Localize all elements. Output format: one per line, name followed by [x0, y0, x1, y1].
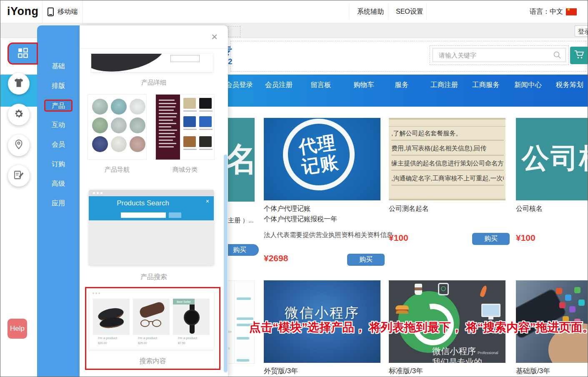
carrot-icon	[480, 285, 488, 297]
search-icon	[553, 51, 561, 61]
photo-circle-grid	[88, 95, 146, 156]
product-price: ¥2698	[264, 253, 288, 263]
preview-product-price: $25.00	[138, 342, 147, 345]
cart-button[interactable]	[570, 47, 588, 64]
module-preview-mall-category[interactable]	[155, 94, 215, 160]
shirt-icon	[13, 78, 24, 90]
china-flag-icon	[566, 8, 577, 15]
nav-item-news-center[interactable]: 新闻中心	[514, 80, 542, 90]
site-logo-fragment: 专 2	[227, 44, 235, 71]
product-image-text2: 我们是专业的	[432, 357, 482, 363]
paper-text-line: ,了解公司起名套餐服务。	[391, 130, 504, 140]
panel-scrollbar[interactable]	[224, 155, 228, 372]
editor-topbar: iYong 移动端 系统辅助 SEO设置 语言：中文	[0, 0, 588, 23]
preview-product-watch: Best Seller	[173, 299, 210, 335]
search-banner: Products Search ×	[89, 196, 214, 220]
tutorial-annotation: 点击“模块”选择产品， 将列表拖到最下， 将“搜索内容”拖进页面。	[249, 320, 588, 335]
nav-item-services[interactable]: 服务	[395, 80, 409, 90]
module-preview-product-detail[interactable]	[91, 54, 213, 72]
site-search-box[interactable]	[433, 48, 566, 62]
menu-item-member[interactable]: 会员	[37, 140, 80, 150]
product-image-bookkeeping[interactable]: 代理 记账	[264, 118, 380, 200]
product-price: ¥100	[389, 233, 408, 243]
gear-icon	[13, 108, 24, 121]
product-image-name-check[interactable]: 公司核名	[516, 118, 588, 200]
preview-product-name: I'm a product	[98, 336, 117, 340]
menu-item-layout[interactable]: 排版	[37, 82, 80, 91]
paper-rule	[389, 126, 505, 127]
buy-button-3[interactable]: 购买	[472, 233, 510, 245]
seo-settings-link[interactable]: SEO设置	[396, 0, 423, 23]
module-preview-search-content[interactable]: Best Seller I'm a product $20.00 I'm a p…	[89, 290, 214, 350]
menu-item-apps[interactable]: 应用	[37, 199, 80, 208]
product-subtitle: 个体户代理记账报税一年	[264, 215, 337, 224]
modules-grid-icon	[18, 47, 28, 60]
close-icon[interactable]: ×	[211, 30, 218, 43]
product-label[interactable]: 标准版/3年	[389, 366, 423, 376]
product-label[interactable]: 外贸版/3年	[264, 366, 298, 376]
mobile-tab-label: 移动端	[58, 7, 78, 16]
edit-document-icon	[13, 170, 24, 182]
modules-button[interactable]	[8, 42, 38, 65]
menu-item-product[interactable]: 产品	[44, 100, 73, 112]
product-title[interactable]: 公司核名	[516, 205, 543, 213]
nav-item-member-login[interactable]: 会员登录	[225, 80, 253, 90]
highlight-box-search-content: Best Seller I'm a product $20.00 I'm a p…	[85, 287, 220, 370]
edit-content-button[interactable]	[8, 165, 30, 187]
help-button[interactable]: Help	[8, 319, 27, 339]
language-selector[interactable]: 语言：中文	[530, 0, 577, 23]
site-search-input[interactable]	[438, 49, 550, 61]
preview-button-outline	[170, 55, 200, 62]
divider	[349, 4, 349, 20]
product-image-text: 公司核名	[522, 140, 588, 177]
module-preview-product-nav[interactable]	[88, 94, 147, 160]
product-image-text: 名	[225, 138, 255, 182]
coffee-cup-icon	[415, 284, 422, 295]
nav-item-message-board[interactable]: 留言板	[310, 80, 331, 90]
product-label[interactable]: 基础版/3年	[516, 366, 550, 376]
mobile-view-tab[interactable]: 移动端	[42, 0, 83, 23]
shoe-image-shape	[91, 54, 168, 72]
category-products	[180, 95, 214, 160]
preview-product-glasses	[133, 299, 170, 335]
location-pin-icon	[14, 139, 24, 152]
product-price: ¥100	[516, 233, 535, 243]
table-divider	[234, 281, 235, 363]
product-image-subtext: Professional	[478, 351, 498, 355]
menu-item-interaction[interactable]: 互动	[37, 121, 80, 130]
nav-item-business-register[interactable]: 工商注册	[430, 80, 458, 90]
best-seller-badge: Best Seller	[173, 299, 195, 305]
module-label-product-nav: 产品导航	[88, 166, 147, 174]
nav-item-member-register[interactable]: 会员注册	[265, 80, 293, 90]
nav-item-tax-planning[interactable]: 税务筹划	[556, 80, 583, 90]
paper-text-line: ,沟通确定名字,工商审核不上可重起,一次收	[391, 175, 504, 185]
paper-text-line: 缘主提供的起名信息进行策划公司命名方案	[391, 160, 504, 170]
search-preview-body	[89, 220, 214, 265]
buy-button-2[interactable]: 购买	[347, 254, 385, 266]
washer-icon	[438, 283, 449, 295]
site-login-button[interactable]: 登录	[575, 25, 588, 37]
product-title[interactable]: 个体户代理记账	[264, 205, 310, 213]
paper-text-line: 费用,填写表格(起名相关信息),回传	[391, 145, 504, 155]
divider	[426, 4, 427, 20]
nav-item-cart[interactable]: 购物车	[353, 80, 374, 90]
module-label-product-search: 产品搜索	[80, 273, 228, 282]
selection-outline	[228, 26, 240, 37]
nav-item-business-services[interactable]: 工商服务	[472, 80, 500, 90]
module-label-search-content: 搜索内容	[86, 357, 219, 366]
product-title[interactable]: 公司测名起名	[389, 205, 429, 213]
module-preview-product-search[interactable]: Products Search ×	[89, 190, 214, 265]
system-help-link[interactable]: 系统辅助	[357, 0, 384, 23]
product-image-text: 微信小程序Professional	[432, 345, 498, 357]
menu-item-basic[interactable]: 基础	[37, 62, 80, 71]
theme-button[interactable]	[8, 73, 30, 95]
bookkeeping-emblem: 代理 记账	[278, 118, 359, 195]
module-panel: × 产品详细 产品导航	[80, 25, 228, 377]
category-sidebar	[156, 95, 180, 160]
product-image-naming[interactable]: ,了解公司起名套餐服务。 费用,填写表格(起名相关信息),回传 缘主提供的起名信…	[389, 118, 505, 200]
location-button[interactable]	[8, 135, 30, 156]
settings-button[interactable]	[8, 104, 30, 125]
menu-item-advanced[interactable]: 高级	[37, 180, 80, 189]
search-preview-title: Products Search	[89, 199, 214, 207]
menu-item-order[interactable]: 订购	[37, 160, 80, 169]
